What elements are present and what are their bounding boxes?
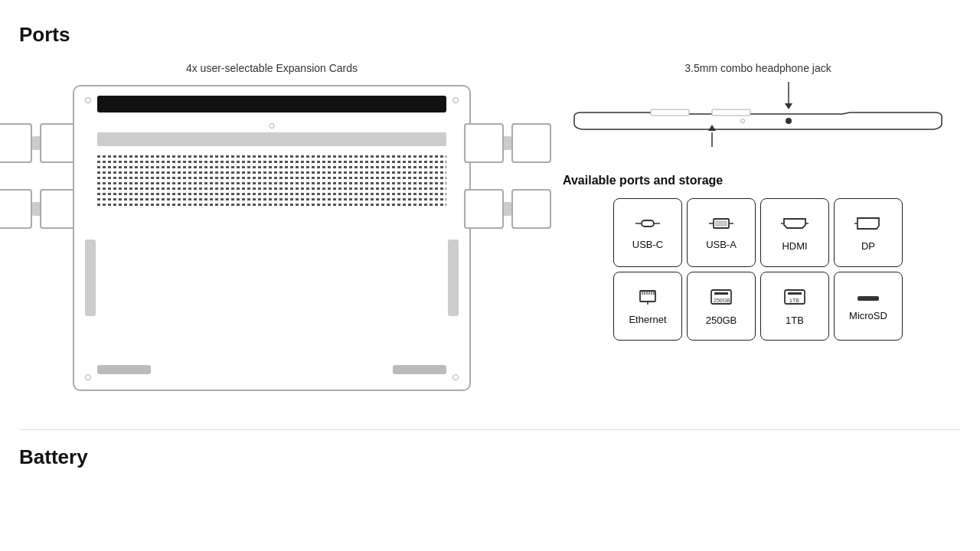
svg-rect-32 [858, 296, 879, 301]
right-section: 3.5mm combo headphone jack [555, 62, 961, 341]
grille-line [97, 155, 446, 158]
ports-grid: USB-C USB-A [613, 198, 903, 341]
slot-card [464, 123, 504, 163]
ethernet-icon [635, 288, 660, 309]
svg-rect-3 [712, 109, 750, 116]
laptop-body [73, 85, 471, 391]
grille-line [97, 161, 446, 163]
svg-point-4 [786, 118, 792, 124]
slot-connector [504, 136, 511, 150]
svg-rect-2 [651, 109, 689, 116]
ports-container: 4x user-selectable Expansion Cards [19, 62, 961, 406]
port-card-usba: USB-A [687, 198, 756, 267]
slots-left [0, 123, 80, 229]
ports-storage-label: Available ports and storage [555, 174, 961, 187]
ethernet-label: Ethernet [629, 314, 666, 325]
svg-point-5 [741, 119, 745, 123]
250gb-icon: 250GB [708, 287, 734, 310]
side-vent-left [85, 240, 96, 316]
svg-rect-8 [642, 220, 654, 227]
laptop-section: 4x user-selectable Expansion Cards [19, 62, 524, 406]
laptop-top-bar [97, 96, 446, 112]
slot-connector [504, 202, 511, 216]
laptop-center-dot [270, 123, 275, 129]
slot-group-left-top [0, 123, 80, 163]
slots-right [464, 123, 551, 229]
svg-rect-27 [714, 292, 728, 295]
usba-label: USB-A [706, 239, 737, 250]
ports-title: Ports [19, 23, 961, 47]
grille-area [97, 155, 446, 217]
usbc-icon [635, 216, 660, 234]
slot-connector [32, 136, 40, 150]
slot-group-left-bottom [0, 189, 80, 229]
usbc-label: USB-C [632, 239, 663, 250]
bottom-feet [97, 365, 446, 374]
svg-text:1TB: 1TB [789, 298, 799, 303]
slot-card [511, 189, 551, 229]
foot-right [393, 365, 446, 374]
laptop-dot-right [452, 97, 459, 103]
expansion-label: 4x user-selectable Expansion Cards [186, 62, 358, 74]
port-card-1tb: 1TB 1TB [760, 272, 829, 341]
foot-left [97, 365, 151, 374]
grille-line [97, 187, 446, 190]
laptop-dot-bottom-left [85, 374, 91, 380]
slot-connector [32, 202, 40, 216]
port-card-microsd: MicroSD [834, 272, 903, 341]
slot-group-right-bottom [464, 189, 551, 229]
dp-label: DP [861, 240, 875, 252]
battery-title: Battery [19, 445, 961, 469]
grille-line [97, 182, 446, 184]
grille-line [97, 166, 446, 168]
grille-line [97, 171, 446, 174]
svg-rect-30 [788, 292, 802, 295]
side-profile-svg [559, 82, 957, 158]
usba-icon [709, 216, 733, 234]
microsd-icon [858, 292, 879, 305]
1tb-icon: 1TB [782, 287, 808, 310]
hdmi-label: HDMI [782, 240, 807, 252]
section-divider [19, 429, 961, 430]
grille-line [97, 198, 446, 201]
microsd-label: MicroSD [849, 310, 887, 321]
port-card-dp: DP [834, 198, 903, 267]
port-card-usbc: USB-C [613, 198, 682, 267]
1tb-label: 1TB [786, 315, 804, 326]
250gb-label: 250GB [706, 315, 737, 326]
slot-group-right-top [464, 123, 551, 163]
slot-card [464, 189, 504, 229]
side-profile-area [559, 82, 957, 158]
svg-text:250GB: 250GB [714, 298, 730, 303]
laptop-dot-left [85, 97, 91, 103]
laptop-diagram [34, 85, 509, 406]
slot-card [0, 123, 32, 163]
grille-line [97, 177, 446, 179]
slot-card [0, 189, 32, 229]
svg-marker-1 [785, 103, 792, 109]
grille-line [97, 193, 446, 195]
grille-line [97, 204, 446, 206]
laptop-dot-bottom-right [452, 374, 459, 380]
port-card-250gb: 250GB 250GB [687, 272, 756, 341]
port-card-ethernet: Ethernet [613, 272, 682, 341]
slot-card [511, 123, 551, 163]
port-card-hdmi: HDMI [760, 198, 829, 267]
headphone-label: 3.5mm combo headphone jack [684, 62, 831, 74]
side-vent-right [448, 240, 459, 316]
vent-area [97, 132, 446, 146]
hdmi-icon [781, 214, 808, 236]
dp-icon [854, 214, 882, 236]
svg-rect-12 [716, 221, 727, 226]
